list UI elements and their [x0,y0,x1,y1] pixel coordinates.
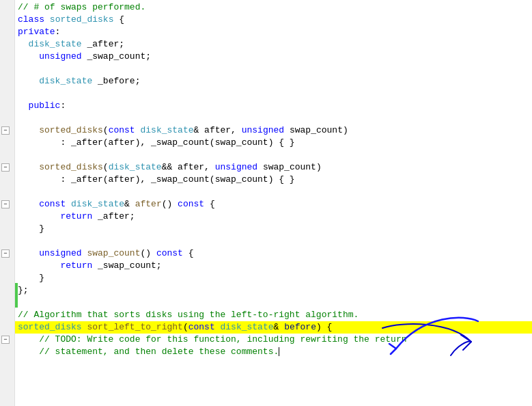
class-name: sorted_disks [50,14,114,25]
fn-name: sorted_disks [39,162,103,172]
keyword: const [188,322,215,332]
line-text: return _after; [18,211,135,223]
code-line [0,63,532,75]
line-text: sorted_disks sort_left_to_right(const di… [18,321,332,334]
code-line: class sorted_disks { [0,14,532,26]
line-text: // # of swaps performed. [18,1,145,14]
line-text: // TODO: Write code for this function, i… [18,334,407,346]
code-line [0,383,532,395]
type-name: disk_state [221,322,274,332]
keyword: unsigned [39,248,81,258]
code-line [0,370,532,383]
line-text: } [18,223,44,235]
fold-icon[interactable]: − [1,126,10,135]
line-text: disk_state _after; [18,38,124,51]
code-line: − sorted_disks(disk_state&& after, unsig… [0,161,532,174]
code-line: disk_state _after; [0,38,532,51]
code-editor: // # of swaps performed. class sorted_di… [0,0,532,406]
fold-icon[interactable]: − [1,336,10,344]
param-name: before [284,322,316,332]
line-text: class sorted_disks { [18,14,124,26]
code-line: − // TODO: Write code for this function,… [0,334,532,346]
line-text: disk_state _before; [18,75,140,87]
code-line [0,395,532,406]
code-line: disk_state _before; [0,75,532,87]
type-name: sorted_disks [18,322,82,332]
keyword: const [109,125,135,135]
code-line: public: [0,100,532,112]
line-text: } [18,272,44,284]
keyword: private [18,27,55,37]
type-name: disk_state [29,39,82,49]
line-text: : _after(after), _swap_count(swap_count)… [18,174,295,186]
code-line-highlighted: sorted_disks sort_left_to_right(const di… [0,321,532,334]
line-text: }; [18,284,29,297]
line-text: private: [18,26,60,38]
line-text: : _after(after), _swap_count(swap_count)… [18,137,295,149]
type-name: disk_state [140,125,193,135]
code-line [0,358,532,370]
line-text: sorted_disks(const disk_state& after, un… [18,124,348,137]
type-name: disk_state [109,162,162,172]
fn-name: sorted_disks [39,125,103,135]
line-text: sorted_disks(disk_state&& after, unsigne… [18,161,322,174]
code-line: return _swap_count; [0,260,532,272]
text-cursor [279,347,279,356]
keyword: unsigned [39,51,81,62]
keyword: return [60,260,92,271]
line-text: public: [18,100,66,112]
keyword: public [29,100,61,111]
line-text: // Algorithm that sorts disks using the … [18,309,359,321]
fold-icon[interactable]: − [1,249,10,258]
code-line: : _after(after), _swap_count(swap_count)… [0,174,532,186]
code-line: private: [0,26,532,38]
keyword: const [156,248,183,258]
code-line [0,186,532,198]
code-line: // statement, and then delete these comm… [0,346,532,358]
code-line: : _after(after), _swap_count(swap_count)… [0,137,532,149]
change-bar [15,283,18,308]
change-bars [15,0,18,406]
keyword: const [178,199,204,209]
keyword: const [39,199,66,209]
fold-icon[interactable]: − [1,200,10,208]
code-line [0,235,532,247]
code-line: − const disk_state& after() const { [0,198,532,211]
line-text: unsigned _swap_count; [18,51,151,63]
code-line: − sorted_disks(const disk_state& after, … [0,124,532,137]
line-text: return _swap_count; [18,260,162,272]
line-text: const disk_state& after() const { [18,198,215,211]
code-line: return _after; [0,211,532,223]
code-line [0,87,532,100]
keyword: unsigned [242,125,284,135]
line-text: unsigned swap_count() const { [18,247,194,260]
keyword: return [60,211,92,221]
line-text: // statement, and then delete these comm… [18,346,279,358]
fn-name: swap_count [87,248,140,258]
fold-icon[interactable]: − [1,163,10,172]
keyword: unsigned [215,162,257,172]
code-line [0,112,532,124]
code-lines: // # of swaps performed. class sorted_di… [0,0,532,406]
type-name: disk_state [39,76,92,86]
fn-name: after [135,199,162,209]
code-line: }; [0,284,532,297]
code-line: // # of swaps performed. [0,1,532,14]
code-line [0,149,532,161]
code-line: unsigned _swap_count; [0,51,532,63]
code-line: } [0,272,532,284]
code-line: − unsigned swap_count() const { [0,247,532,260]
type-name: disk_state [71,199,124,209]
code-line: } [0,223,532,235]
keyword: class [18,14,44,25]
code-line: // Algorithm that sorts disks using the … [0,309,532,321]
code-line [0,297,532,309]
fn-name: sort_left_to_right [87,322,182,332]
